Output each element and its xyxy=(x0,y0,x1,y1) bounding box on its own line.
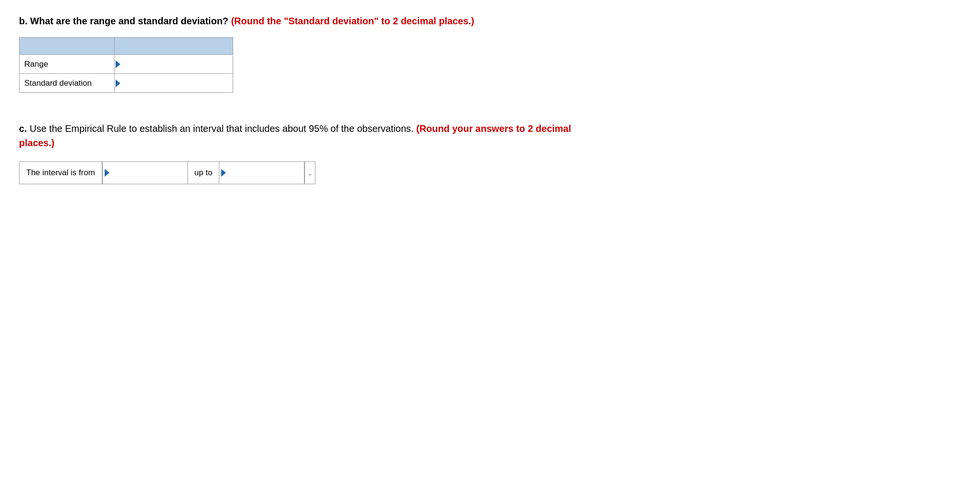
table-row: Range xyxy=(20,55,233,74)
question-b-bold: b. xyxy=(19,16,28,26)
interval-to-arrow-icon xyxy=(221,169,226,177)
interval-row: The interval is from up to . xyxy=(19,161,961,184)
question-b-instruction: (Round the "Standard deviation" to 2 dec… xyxy=(231,16,474,26)
question-c-instruction1: (Round your answers to 2 decimal xyxy=(416,123,571,134)
range-arrow-icon xyxy=(116,60,120,68)
range-label: Range xyxy=(20,55,115,74)
table-header-value xyxy=(115,38,233,55)
period-label: . xyxy=(304,161,315,184)
question-b-label: b. What are the range and standard devia… xyxy=(19,14,961,28)
question-c-label: c. Use the Empirical Rule to establish a… xyxy=(19,121,961,150)
interval-from-arrow-icon xyxy=(105,169,109,177)
question-c-instruction2: places.) xyxy=(19,138,54,148)
stats-table: Range Standard deviation xyxy=(19,37,233,93)
interval-from-label: The interval is from xyxy=(19,161,102,184)
interval-from-input[interactable] xyxy=(109,162,185,184)
std-dev-input-cell[interactable] xyxy=(115,74,233,93)
question-b-text: What are the range and standard deviatio… xyxy=(28,16,231,26)
question-c-text: Use the Empirical Rule to establish an i… xyxy=(27,123,416,134)
interval-to-input[interactable] xyxy=(226,162,301,184)
std-dev-input[interactable] xyxy=(120,74,233,92)
up-to-label: up to xyxy=(188,161,219,184)
std-dev-label: Standard deviation xyxy=(20,74,115,93)
table-header-row xyxy=(20,38,233,55)
range-input-cell[interactable] xyxy=(115,55,233,74)
interval-to-input-box[interactable] xyxy=(219,161,304,184)
std-dev-arrow-icon xyxy=(116,80,120,87)
table-row: Standard deviation xyxy=(20,74,233,93)
question-b: b. What are the range and standard devia… xyxy=(19,14,961,93)
question-c: c. Use the Empirical Rule to establish a… xyxy=(19,121,961,184)
interval-from-input-box[interactable] xyxy=(102,161,188,184)
table-header-label xyxy=(20,38,115,55)
range-input[interactable] xyxy=(120,55,233,73)
stats-table-container: Range Standard deviation xyxy=(19,37,961,93)
question-c-bold: c. xyxy=(19,123,27,134)
